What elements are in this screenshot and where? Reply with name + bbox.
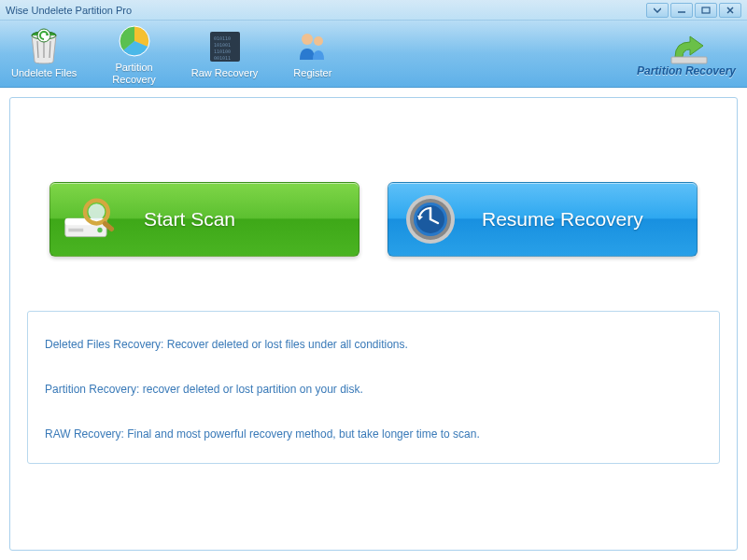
dropdown-button[interactable] [646, 3, 669, 18]
drive-scan-icon [63, 190, 121, 248]
toolbar-label: Register [293, 67, 331, 78]
toolbar-label: Undelete Files [11, 67, 77, 78]
maximize-button[interactable] [695, 3, 717, 18]
close-button[interactable] [719, 3, 741, 18]
toolbar-register[interactable]: Register [293, 28, 331, 78]
info-deleted-files: Deleted Files Recovery: Recover deleted … [45, 338, 702, 351]
resume-recovery-label: Resume Recovery [482, 208, 643, 231]
toolbar-partition-recovery[interactable]: Partition Recovery [112, 22, 155, 84]
info-partition-recovery: Partition Recovery: recover deleted or l… [45, 383, 702, 396]
minimize-button[interactable] [670, 3, 693, 18]
svg-point-19 [89, 203, 106, 220]
svg-point-12 [314, 36, 323, 46]
trash-icon [25, 28, 63, 65]
svg-rect-13 [671, 57, 707, 63]
binary-data-icon: 010110 101001 110100 001011 [206, 28, 244, 65]
toolbar: Undelete Files Partition Recovery 010110… [0, 21, 747, 88]
main-area: Start Scan Resume Recovery [0, 88, 747, 560]
info-raw-recovery: RAW Recovery: Final and most powerful re… [45, 427, 702, 441]
action-buttons-row: Start Scan Resume Recovery [27, 182, 720, 257]
svg-rect-1 [702, 7, 710, 13]
svg-text:001011: 001011 [214, 55, 231, 61]
brand-text: Partition Recovery [637, 64, 736, 77]
svg-point-11 [302, 34, 313, 45]
svg-text:110100: 110100 [214, 49, 231, 54]
resume-recovery-button[interactable]: Resume Recovery [388, 182, 698, 257]
toolbar-label: Raw Recovery [191, 67, 259, 78]
users-icon [294, 28, 331, 65]
start-scan-label: Start Scan [144, 208, 235, 231]
brand-logo: Partition Recovery [637, 31, 736, 77]
recovery-arrow-icon [666, 31, 707, 64]
window-buttons [646, 3, 741, 18]
svg-text:010110: 010110 [214, 35, 231, 41]
svg-text:101001: 101001 [214, 42, 231, 48]
toolbar-undelete-files[interactable]: Undelete Files [11, 28, 77, 78]
toolbar-label: Partition Recovery [112, 62, 155, 84]
info-panel: Deleted Files Recovery: Recover deleted … [27, 311, 720, 464]
titlebar: Wise Undelete Partition Pro [0, 0, 747, 21]
clock-restore-icon [402, 190, 459, 248]
svg-point-16 [97, 228, 102, 232]
window-title: Wise Undelete Partition Pro [6, 5, 646, 16]
toolbar-raw-recovery[interactable]: 010110 101001 110100 001011 Raw Recovery [191, 28, 259, 78]
svg-rect-17 [68, 229, 83, 232]
start-scan-button[interactable]: Start Scan [49, 182, 359, 257]
pie-chart-icon [116, 22, 153, 60]
main-panel: Start Scan Resume Recovery [9, 97, 738, 551]
